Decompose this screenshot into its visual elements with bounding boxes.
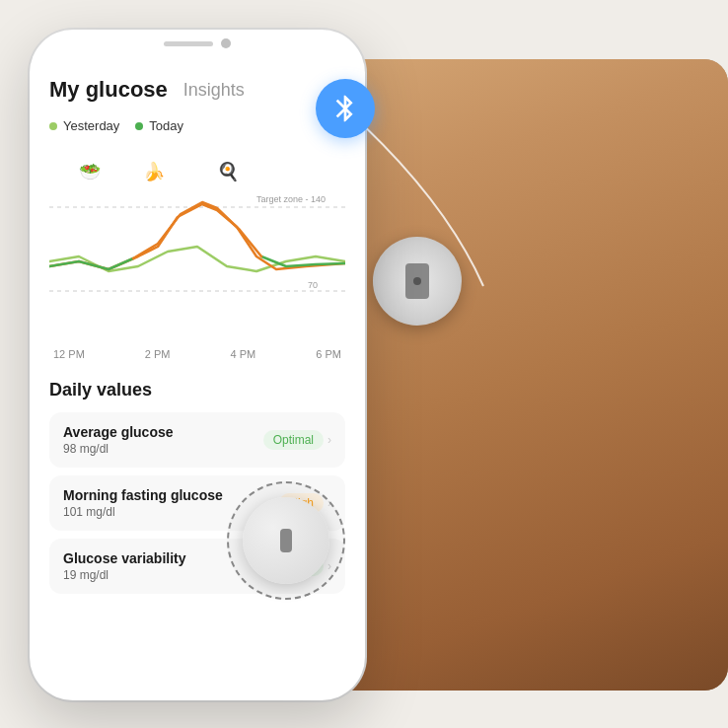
phone-notch (133, 30, 261, 57)
body-silhouette (314, 59, 728, 691)
legend-yesterday: Yesterday (49, 118, 119, 133)
x-label-2: 4 PM (231, 348, 256, 360)
food-icon-0: 🥗 (79, 161, 101, 182)
x-axis-labels: 12 PM 2 PM 4 PM 6 PM (49, 348, 345, 360)
fasting-glucose-name: Morning fasting glucose (63, 487, 223, 503)
yesterday-dot (49, 122, 57, 130)
metric-card-avg-glucose[interactable]: Average glucose 98 mg/dl Optimal › (49, 412, 345, 468)
fasting-glucose-value: 101 mg/dl (63, 505, 223, 519)
avg-glucose-value: 98 mg/dl (63, 442, 174, 456)
chart-legend: Yesterday Today (49, 118, 345, 133)
bluetooth-icon (329, 93, 361, 124)
variability-value: 19 mg/dl (63, 568, 186, 582)
today-label: Today (149, 118, 183, 133)
device-inner-body (243, 497, 329, 584)
x-label-1: 2 PM (145, 348, 171, 360)
phone-mockup: My glucose Insights Yesterday Today 🥗 🍌 … (30, 30, 365, 700)
tab-insights[interactable]: Insights (183, 80, 245, 101)
phone-speaker (164, 41, 213, 46)
metric-left: Average glucose 98 mg/dl (63, 424, 174, 456)
sensor-inner (405, 263, 429, 299)
yesterday-label: Yesterday (63, 118, 119, 133)
page-title: My glucose (49, 77, 168, 103)
food-icon-2: 🍳 (217, 161, 239, 182)
food-icon-1: 🍌 (143, 161, 165, 182)
phone-camera (221, 38, 231, 48)
background-photo (314, 59, 728, 691)
bluetooth-button[interactable] (316, 79, 375, 138)
daily-values-title: Daily values (49, 380, 345, 400)
device-sensor-circle (227, 481, 345, 600)
metric-left-variability: Glucose variability 19 mg/dl (63, 550, 186, 582)
metric-left-fasting: Morning fasting glucose 101 mg/dl (63, 487, 223, 519)
x-label-3: 6 PM (316, 348, 341, 360)
legend-today: Today (135, 118, 183, 133)
avg-glucose-badge: Optimal (263, 430, 324, 450)
variability-name: Glucose variability (63, 550, 186, 566)
x-label-0: 12 PM (53, 348, 85, 360)
sensor-dot (413, 277, 421, 285)
avg-glucose-name: Average glucose (63, 424, 174, 440)
svg-text:Target zone - 140: Target zone - 140 (256, 194, 326, 204)
device-outer-ring (227, 481, 345, 600)
avg-glucose-badge-area: Optimal › (263, 430, 331, 450)
avg-glucose-chevron: › (328, 433, 331, 447)
app-header: My glucose Insights (49, 77, 345, 103)
device-slot (280, 529, 292, 552)
glucose-chart: 🥗 🍌 🍳 Target zone - 140 70 (49, 153, 345, 340)
svg-text:70: 70 (308, 280, 318, 290)
today-dot (135, 122, 143, 130)
cgm-sensor-patch (373, 237, 462, 326)
